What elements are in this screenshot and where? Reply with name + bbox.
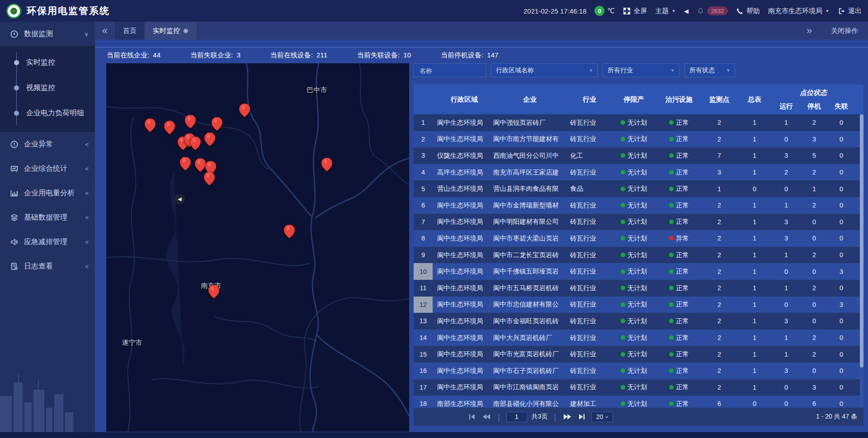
map-pin[interactable] — [190, 137, 201, 150]
meter-count-cell: 1 — [737, 334, 772, 341]
table-row[interactable]: 13阆中生态环境局阆中市金福旺页岩机砖砖瓦行业无计划正常21300 — [414, 313, 863, 330]
row-index-cell: 4 — [414, 164, 433, 181]
table-row[interactable]: 4高坪生态环境局南充市高坪区王家店建砖瓦行业无计划正常31220 — [414, 164, 863, 181]
halt-count-cell: 2 — [801, 284, 828, 292]
map-pin[interactable] — [212, 117, 222, 131]
sidebar-item-1[interactable]: 数据监测∨ — [0, 22, 95, 46]
table-row[interactable]: 9阆中生态环境局阆中市二龙长宝页岩砖砖瓦行业无计划正常21120 — [414, 247, 863, 264]
run-count-cell: 1 — [772, 119, 801, 126]
table-row[interactable]: 17阆中生态环境局阆中市江南镇阆南页岩砖瓦行业无计划正常21030 — [414, 379, 863, 396]
map-pin[interactable] — [195, 158, 206, 172]
first-page-button[interactable] — [467, 412, 477, 421]
app-logo-icon — [6, 4, 21, 19]
run-count-cell: 3 — [772, 218, 801, 226]
table-row[interactable]: 14阆中生态环境局阆中大兴页岩机砖厂砖瓦行业无计划正常21120 — [414, 330, 863, 346]
sidebar-subitem[interactable]: 企业电力负荷明细 — [0, 100, 95, 126]
tab-首页[interactable]: 首页 — [115, 22, 145, 40]
table-row[interactable]: 16阆中生态环境局阆中市石子页岩机砖厂砖瓦行业无计划正常21300 — [414, 363, 863, 379]
green-dot-icon — [669, 302, 674, 307]
logout-button[interactable]: 退出 — [838, 7, 862, 15]
map-pin[interactable] — [204, 172, 215, 185]
tabs-scroll-left-button[interactable]: « — [95, 22, 115, 40]
table-row[interactable]: 5营山生态环境局营山县润丰肉食品有限食品无计划正常10010 — [414, 180, 863, 197]
map-pin[interactable] — [180, 157, 191, 170]
table-row[interactable]: 18南部生态环境局南部县砌化小河有限公建材加工无计划正常60060 — [414, 396, 863, 408]
map-pin[interactable] — [204, 132, 215, 146]
status-filter-select[interactable]: 所有状态 ∨ — [684, 63, 735, 77]
name-filter-input[interactable] — [419, 66, 481, 75]
sidebar-item-6[interactable]: 应急减排管理< — [0, 230, 95, 254]
last-page-button[interactable] — [577, 412, 587, 421]
sidebar-subitem[interactable]: 视频监控 — [0, 75, 95, 100]
map-pin[interactable] — [164, 121, 175, 134]
company-cell: 阆中市五马桥页岩机砖 — [491, 284, 568, 292]
logout-icon — [838, 7, 845, 15]
map-pin[interactable] — [284, 225, 295, 238]
sidebar-item-5[interactable]: 基础数据管理< — [0, 205, 95, 230]
table-scrollbar-thumb[interactable] — [860, 114, 863, 367]
next-page-button[interactable] — [562, 412, 572, 421]
industry-cell: 食品 — [568, 184, 611, 193]
prev-page-button[interactable] — [481, 412, 491, 421]
chevron-collapsed-icon: < — [85, 214, 89, 221]
sidebar-item-3[interactable]: 企业综合统计< — [0, 156, 95, 181]
tab-close-icon[interactable]: ⊗ — [183, 27, 189, 34]
map-pin[interactable] — [321, 158, 332, 171]
halt-count-cell: 1 — [801, 185, 828, 193]
facility-status-label: 正常 — [676, 251, 689, 259]
company-cell: 南部县砌化小河有限公 — [491, 400, 568, 408]
sidebar-item-7[interactable]: 日志查看< — [0, 254, 95, 278]
region-cell: 阆中生态环境局 — [433, 284, 491, 292]
stop-status-cell: 无计划 — [611, 334, 657, 342]
map-pin[interactable] — [145, 118, 156, 132]
notifications[interactable]: 2632 — [697, 6, 728, 15]
table-row[interactable]: 11阆中生态环境局阆中市五马桥页岩机砖砖瓦行业无计划正常21120 — [414, 280, 863, 297]
theme-menu[interactable]: 主题 ▼ — [655, 7, 676, 15]
industry-filter-select[interactable]: 所有行业 ∨ — [603, 63, 679, 77]
run-count-cell: 1 — [772, 334, 801, 341]
organization-menu[interactable]: 南充市生态环境局 ▼ — [768, 7, 830, 15]
sidebar-subitem[interactable]: 实时监控 — [0, 50, 95, 75]
company-cell: 阆中市江南镇阆南页岩 — [491, 383, 568, 391]
map-panel[interactable]: 巴中市南充市遂宁市 — [106, 63, 409, 432]
table-row[interactable]: 15阆中生态环境局阆中市光富页岩机砖厂砖瓦行业无计划正常21120 — [414, 346, 863, 363]
facility-status-cell: 正常 — [657, 300, 701, 309]
sidebar-collapse-button[interactable]: ◀ — [175, 194, 185, 204]
table-row[interactable]: 6阆中生态环境局阆中市金博瑞新型墙材砖瓦行业无计划正常21120 — [414, 197, 863, 214]
page-number-input[interactable]: 1 — [506, 412, 527, 422]
region-filter-select[interactable]: 行政区域名称 ∨ — [491, 63, 598, 77]
company-cell: 南充市高坪区王家店建 — [491, 168, 568, 177]
name-filter-field[interactable] — [414, 63, 486, 77]
tab-bar: « 首页实时监控⊗ » 关闭操作 — [95, 22, 868, 40]
row-index-cell: 2 — [414, 131, 433, 148]
audio-toggle[interactable]: ◀ — [684, 8, 689, 14]
map-pin[interactable] — [239, 104, 250, 117]
map-pin[interactable] — [185, 115, 196, 128]
sidebar-item-2[interactable]: 企业异常< — [0, 132, 95, 156]
table-row[interactable]: 1阆中生态环境局阆中强锐页岩砖厂砖瓦行业无计划正常21120 — [414, 114, 863, 131]
company-cell: 阆中市枣碧大梁山页岩 — [491, 234, 568, 243]
table-row[interactable]: 2阆中生态环境局阆中市南方节能建材有砖瓦行业无计划正常21030 — [414, 131, 863, 148]
stats-board-icon — [10, 165, 19, 173]
table-row[interactable]: 7阆中生态环境局阆中明阳建材有限公司砖瓦行业无计划正常21300 — [414, 214, 863, 231]
map-pin[interactable] — [208, 285, 219, 298]
fullscreen-button[interactable]: 全屏 — [623, 7, 647, 15]
lost-count-cell: 0 — [828, 367, 855, 374]
page-size-select[interactable]: 20 ∨ — [591, 412, 613, 422]
tab-实时监控[interactable]: 实时监控⊗ — [145, 22, 197, 40]
stop-status-label: 无计划 — [627, 184, 647, 193]
table-row[interactable]: 10阆中生态环境局阆中千佛镇五郎垭页岩砖瓦行业无计划正常21003 — [414, 263, 863, 280]
help-button[interactable]: 帮助 — [736, 7, 760, 15]
close-operations-button[interactable]: 关闭操作 — [831, 27, 858, 35]
industry-cell: 砖瓦行业 — [568, 284, 611, 292]
tabs-scroll-right-button[interactable]: » — [799, 25, 819, 37]
facility-status-label: 正常 — [676, 350, 689, 358]
lost-count-cell: 0 — [828, 136, 855, 143]
table-row[interactable]: 12阆中生态环境局阆中市忠信建材有限公砖瓦行业无计划正常21003 — [414, 297, 863, 313]
filter-bar: 行政区域名称 ∨ 所有行业 ∨ 所有状态 ∨ — [414, 63, 863, 77]
table-row[interactable]: 8阆中生态环境局阆中市枣碧大梁山页岩砖瓦行业无计划异常21300 — [414, 230, 863, 247]
lost-count-cell: 3 — [828, 268, 855, 275]
sidebar-item-4[interactable]: 企业用电量分析< — [0, 181, 95, 205]
table-row[interactable]: 3仪陇生态环境局西南油气田分公司川中化工无计划正常71350 — [414, 147, 863, 164]
company-cell: 阆中市石子页岩机砖厂 — [491, 367, 568, 375]
